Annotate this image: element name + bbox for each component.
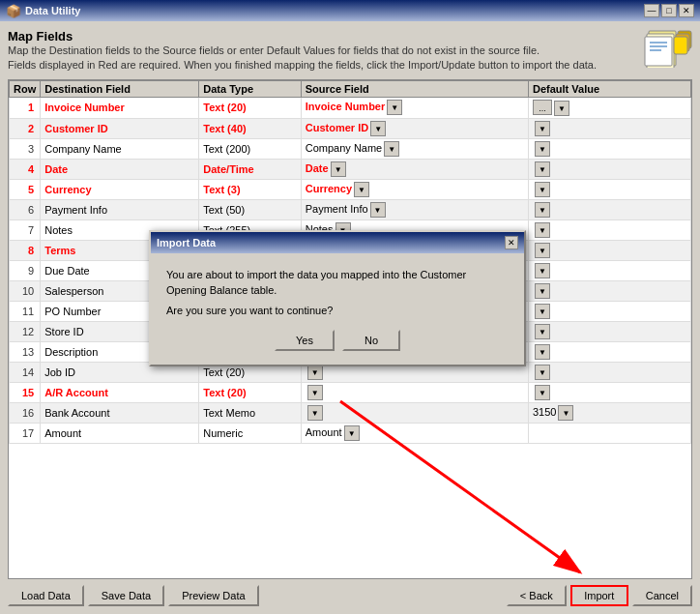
dialog-no-button[interactable]: No bbox=[342, 330, 400, 351]
source-field[interactable]: ▼ bbox=[301, 402, 528, 423]
table-row: 5CurrencyText (3)Currency▼▼ bbox=[10, 179, 691, 199]
default-dropdown-arrow[interactable]: ▼ bbox=[535, 324, 550, 339]
cancel-button[interactable]: Cancel bbox=[632, 585, 692, 606]
dots-button[interactable]: ... bbox=[533, 100, 552, 115]
default-value[interactable]: ▼ bbox=[528, 321, 690, 341]
default-dropdown-arrow[interactable]: ▼ bbox=[535, 222, 550, 238]
header-line1: Map the Destination fields to the Source… bbox=[8, 44, 597, 58]
bottom-buttons: Load Data Save Data Preview Data < Back … bbox=[8, 585, 692, 606]
default-value[interactable]: ▼ bbox=[528, 240, 690, 260]
data-type: Text (20) bbox=[199, 382, 302, 402]
row-number: 6 bbox=[10, 199, 41, 219]
source-dropdown-arrow[interactable]: ▼ bbox=[307, 385, 323, 400]
default-dropdown-arrow[interactable]: ▼ bbox=[535, 121, 550, 136]
default-value[interactable]: ▼ bbox=[528, 138, 690, 159]
default-dropdown-arrow[interactable]: ▼ bbox=[535, 263, 550, 278]
default-dropdown-arrow[interactable]: ▼ bbox=[558, 405, 573, 421]
row-number: 17 bbox=[10, 423, 41, 443]
data-type: Text (50) bbox=[199, 199, 302, 219]
dialog-close-button[interactable]: ✕ bbox=[505, 236, 518, 249]
source-dropdown-arrow[interactable]: ▼ bbox=[344, 425, 360, 441]
row-number: 14 bbox=[10, 362, 41, 382]
source-dropdown-arrow[interactable]: ▼ bbox=[387, 100, 402, 115]
back-button[interactable]: < Back bbox=[507, 585, 567, 606]
maximize-button[interactable]: □ bbox=[661, 4, 677, 17]
source-field[interactable]: Company Name▼ bbox=[301, 138, 528, 159]
dialog-body: You are about to import the data you map… bbox=[151, 253, 524, 365]
default-value[interactable]: ▼ bbox=[528, 260, 690, 280]
import-dialog: Import Data ✕ You are about to import th… bbox=[149, 230, 526, 367]
dest-field: Customer ID bbox=[41, 118, 199, 138]
source-field[interactable]: Currency▼ bbox=[301, 179, 528, 199]
default-value[interactable]: ▼ bbox=[528, 341, 690, 362]
default-value[interactable]: ▼ bbox=[528, 362, 690, 382]
row-number: 5 bbox=[10, 179, 41, 199]
table-row: 2Customer IDText (40)Customer ID▼▼ bbox=[10, 118, 691, 138]
table-row: 3Company NameText (200)Company Name▼▼ bbox=[10, 138, 691, 159]
data-type: Text (3) bbox=[199, 179, 302, 199]
default-value[interactable]: ▼ bbox=[528, 301, 690, 321]
window-title: Data Utility bbox=[25, 5, 80, 16]
data-type: Text Memo bbox=[199, 402, 302, 423]
default-dropdown-arrow[interactable]: ▼ bbox=[535, 344, 550, 360]
data-type: Text (40) bbox=[199, 118, 302, 138]
default-value[interactable]: 3150▼ bbox=[528, 402, 690, 423]
source-field[interactable]: Payment Info▼ bbox=[301, 199, 528, 219]
default-value[interactable] bbox=[528, 423, 690, 443]
table-row: 17AmountNumericAmount▼ bbox=[10, 423, 691, 443]
source-field[interactable]: Invoice Number▼ bbox=[301, 97, 528, 118]
source-dropdown-arrow[interactable]: ▼ bbox=[370, 202, 386, 218]
title-bar: 📦 Data Utility — □ ✕ bbox=[0, 0, 700, 21]
table-row: 1Invoice NumberText (20)Invoice Number▼.… bbox=[10, 97, 691, 118]
source-dropdown-arrow[interactable]: ▼ bbox=[307, 405, 323, 421]
default-value[interactable]: ...▼ bbox=[528, 97, 690, 118]
default-dropdown-arrow[interactable]: ▼ bbox=[535, 283, 550, 299]
default-dropdown-arrow[interactable]: ▼ bbox=[554, 101, 569, 116]
default-value[interactable]: ▼ bbox=[528, 219, 690, 240]
default-dropdown-arrow[interactable]: ▼ bbox=[535, 365, 550, 380]
default-dropdown-arrow[interactable]: ▼ bbox=[535, 304, 550, 319]
default-dropdown-arrow[interactable]: ▼ bbox=[535, 243, 550, 258]
default-value[interactable]: ▼ bbox=[528, 382, 690, 402]
source-field[interactable]: ▼ bbox=[301, 382, 528, 402]
table-container: Row Destination Field Data Type Source F… bbox=[8, 79, 692, 579]
default-value[interactable]: ▼ bbox=[528, 199, 690, 219]
source-dropdown-arrow[interactable]: ▼ bbox=[370, 121, 386, 136]
source-dropdown-arrow[interactable]: ▼ bbox=[384, 141, 399, 157]
default-dropdown-arrow[interactable]: ▼ bbox=[535, 182, 550, 197]
default-dropdown-arrow[interactable]: ▼ bbox=[535, 141, 550, 157]
dest-field: Company Name bbox=[41, 138, 199, 159]
default-dropdown-arrow[interactable]: ▼ bbox=[535, 385, 550, 400]
default-value[interactable]: ▼ bbox=[528, 179, 690, 199]
load-data-button[interactable]: Load Data bbox=[8, 585, 84, 606]
source-dropdown-arrow[interactable]: ▼ bbox=[354, 182, 369, 197]
source-dropdown-arrow[interactable]: ▼ bbox=[331, 161, 346, 177]
header-line2: Fields displayed in Red are required. Wh… bbox=[8, 58, 597, 73]
col-source: Source Field bbox=[301, 80, 528, 97]
col-dest: Destination Field bbox=[41, 80, 199, 97]
table-row: 6Payment InfoText (50)Payment Info▼▼ bbox=[10, 199, 691, 219]
source-field[interactable]: Amount▼ bbox=[301, 423, 528, 443]
row-number: 1 bbox=[10, 97, 41, 118]
close-button[interactable]: ✕ bbox=[679, 4, 694, 17]
default-value[interactable]: ▼ bbox=[528, 159, 690, 179]
default-value[interactable]: ▼ bbox=[528, 280, 690, 301]
save-data-button[interactable]: Save Data bbox=[88, 585, 164, 606]
dialog-yes-button[interactable]: Yes bbox=[275, 330, 335, 351]
source-field[interactable]: Customer ID▼ bbox=[301, 118, 528, 138]
source-field[interactable]: Date▼ bbox=[301, 159, 528, 179]
header-icon bbox=[644, 29, 692, 68]
default-value[interactable]: ▼ bbox=[528, 118, 690, 138]
default-dropdown-arrow[interactable]: ▼ bbox=[535, 161, 550, 177]
dest-field: Date bbox=[41, 159, 199, 179]
row-number: 11 bbox=[10, 301, 41, 321]
minimize-button[interactable]: — bbox=[644, 4, 659, 17]
dest-field: Currency bbox=[41, 179, 199, 199]
import-button[interactable]: Import bbox=[570, 585, 628, 606]
row-number: 8 bbox=[10, 240, 41, 260]
dialog-message2: Are you sure you want to continue? bbox=[166, 303, 509, 319]
svg-rect-5 bbox=[674, 37, 687, 54]
data-type: Text (200) bbox=[199, 138, 302, 159]
preview-data-button[interactable]: Preview Data bbox=[168, 585, 258, 606]
default-dropdown-arrow[interactable]: ▼ bbox=[535, 202, 550, 218]
